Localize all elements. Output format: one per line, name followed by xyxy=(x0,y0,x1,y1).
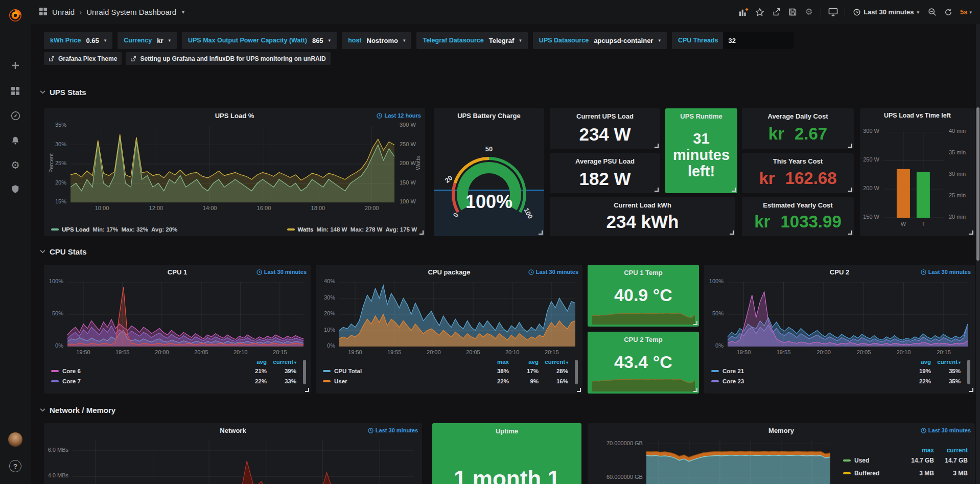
legend-series-toggle[interactable]: Core 21 xyxy=(711,368,901,374)
variable-value-dropdown[interactable]: apcupsd-container xyxy=(594,37,653,44)
legend-series-toggle[interactable]: CPU Total xyxy=(323,368,479,374)
time-range-picker[interactable]: Last 30 minutes ▾ xyxy=(849,8,923,16)
chevron-down-icon[interactable]: ▾ xyxy=(168,38,171,43)
save-dashboard-button[interactable] xyxy=(785,5,800,20)
panel-title[interactable]: CPU 1 Temp xyxy=(588,269,699,276)
create-plus-icon[interactable] xyxy=(0,55,31,76)
configuration-gear-icon[interactable]: ⚙ xyxy=(0,155,31,175)
link-grafana-plex-theme[interactable]: Grafana Plex Theme xyxy=(44,52,122,65)
axis-tick-label: 35% xyxy=(31,122,66,128)
chevron-down-icon[interactable]: ▾ xyxy=(329,38,331,43)
server-admin-shield-icon[interactable] xyxy=(0,179,31,199)
panel-time-range[interactable]: Last 12 hours xyxy=(377,112,421,119)
axis-tick-label: 50% xyxy=(28,310,63,316)
legend-item[interactable]: WattsMin: 148 W Max: 278 W Avg: 175 W xyxy=(287,226,417,233)
section-ups-stats[interactable]: UPS Stats xyxy=(40,88,86,97)
panel-title[interactable]: Current Load kWh xyxy=(550,201,735,209)
user-avatar[interactable] xyxy=(0,429,31,450)
panel-time-range[interactable]: Last 30 minutes xyxy=(256,269,307,275)
chevron-down-icon[interactable]: ▾ xyxy=(403,38,406,43)
share-dashboard-button[interactable] xyxy=(768,5,784,20)
dashboard-settings-button[interactable]: ⚙ xyxy=(801,5,816,20)
legend-series-toggle[interactable]: User xyxy=(323,378,479,384)
legend-scrollbar[interactable] xyxy=(303,360,306,384)
panel-title[interactable]: This Years Cost xyxy=(742,157,854,165)
legend-scrollbar[interactable] xyxy=(967,360,970,384)
panel-network: Network Last 30 minutes 2.0 MBs4.0 MBs6.… xyxy=(44,423,422,484)
dashboard-caret-icon[interactable]: ▾ xyxy=(182,9,184,15)
zoom-out-time-button[interactable] xyxy=(924,5,940,20)
star-dashboard-button[interactable] xyxy=(752,5,767,20)
panel-title[interactable]: UPS Load vs Time left xyxy=(860,112,975,119)
chart-canvas xyxy=(339,282,575,347)
breadcrumb-current[interactable]: Unraid System Dashboard xyxy=(86,8,176,16)
legend-series-toggle[interactable]: Core 7 xyxy=(51,378,237,384)
cycle-view-mode-button[interactable] xyxy=(825,5,841,20)
page-scrollbar[interactable] xyxy=(976,24,980,484)
variable-value-dropdown[interactable]: 0.65 xyxy=(86,37,99,44)
chevron-down-icon[interactable]: ▾ xyxy=(519,38,522,43)
panel-title[interactable]: Average PSU Load xyxy=(550,157,660,165)
panel-title[interactable]: Average Daily Cost xyxy=(742,112,854,120)
axis-tick-label: 19:50 xyxy=(72,349,95,355)
panel-time-range[interactable]: Last 30 minutes xyxy=(921,427,971,433)
panel-title[interactable]: CPU 2 Temp xyxy=(588,336,699,343)
explore-compass-icon[interactable] xyxy=(0,105,31,126)
scrollbar-thumb[interactable] xyxy=(976,107,979,261)
legend-series-toggle[interactable]: Buffered xyxy=(843,470,900,477)
axis-tick-label: 19:50 xyxy=(344,349,366,355)
legend-row: Core 2119%35% xyxy=(711,368,961,374)
alerting-bell-icon[interactable] xyxy=(0,130,31,151)
axis-tick-label: 70.000000 GB xyxy=(606,440,642,446)
variable-currency: Currency kr ▾ xyxy=(118,32,177,49)
dashboards-icon[interactable] xyxy=(0,81,31,101)
breadcrumb-root[interactable]: Unraid xyxy=(52,8,75,16)
variable-value-dropdown[interactable]: Nostromo xyxy=(367,37,398,44)
legend-table: avgcurrent▾ Core 2119%35% Core 2322%35% xyxy=(711,359,961,388)
variable-cpu-threads: CPU Threads xyxy=(672,32,794,49)
stat-value: 1 month 1 xyxy=(432,466,581,484)
grafana-logo-icon[interactable] xyxy=(0,5,31,26)
sort-caret-icon: ▾ xyxy=(566,360,568,365)
panel-title[interactable]: Current UPS Load xyxy=(550,112,660,120)
chevron-down-icon[interactable]: ▾ xyxy=(658,38,661,43)
axis-tick-label: 19:55 xyxy=(773,349,795,355)
section-network-memory[interactable]: Network / Memory xyxy=(40,406,115,414)
stat-value: 234 kWh xyxy=(550,212,735,232)
axis-tick-label: 20:00 xyxy=(151,349,173,355)
panel-title[interactable]: Memory xyxy=(588,427,975,434)
panel-title[interactable]: UPS Load % xyxy=(44,112,425,120)
legend-scrollbar[interactable] xyxy=(575,360,578,384)
variable-value-dropdown[interactable]: Telegraf xyxy=(489,37,515,44)
section-cpu-stats[interactable]: CPU Stats xyxy=(40,247,87,256)
template-variables-row: kWh Price 0.65 ▾ Currency kr ▾ UPS Max O… xyxy=(44,32,794,49)
clock-icon xyxy=(921,428,926,433)
variable-value-dropdown[interactable]: 865 xyxy=(312,37,323,44)
panel-time-range[interactable]: Last 30 minutes xyxy=(368,427,418,433)
help-icon[interactable]: ? xyxy=(0,456,31,476)
cpu-threads-input[interactable] xyxy=(723,32,794,49)
legend-item[interactable]: UPS LoadMin: 17% Max: 32% Avg: 20% xyxy=(51,226,177,233)
panel-title[interactable]: UPS Runtime xyxy=(665,112,737,120)
legend-series-toggle[interactable]: Core 6 xyxy=(51,368,237,374)
axis-tick-label: 19:50 xyxy=(732,349,755,355)
series-color-marker xyxy=(711,370,719,372)
panel-title[interactable]: Network xyxy=(44,427,422,434)
legend-series-toggle[interactable]: Core 23 xyxy=(711,378,901,384)
cpu1-temp-sparkline xyxy=(592,303,695,325)
variable-value-dropdown[interactable]: kr xyxy=(157,37,163,44)
apps-grid-icon[interactable] xyxy=(39,7,48,17)
panel-time-range[interactable]: Last 30 minutes xyxy=(528,269,578,275)
chevron-down-icon[interactable]: ▾ xyxy=(104,38,107,43)
link-ups-monitoring-guide[interactable]: Setting up Grafana and InfluxDB for UPS … xyxy=(126,52,330,65)
panel-cpu2-temp: CPU 2 Temp 43.4 °C xyxy=(588,332,699,394)
refresh-interval-picker[interactable]: 5s ▾ xyxy=(957,8,975,16)
add-panel-button[interactable] xyxy=(736,5,751,20)
legend-series-toggle[interactable]: Used xyxy=(843,457,900,464)
axis-tick-label: 19:55 xyxy=(383,349,406,355)
panel-title[interactable]: Estimated Yearly Cost xyxy=(742,201,854,209)
ups-bar-chart xyxy=(883,132,944,218)
panel-time-range[interactable]: Last 30 minutes xyxy=(921,269,971,275)
panel-title[interactable]: Uptime xyxy=(432,427,581,435)
refresh-button[interactable] xyxy=(941,5,956,20)
